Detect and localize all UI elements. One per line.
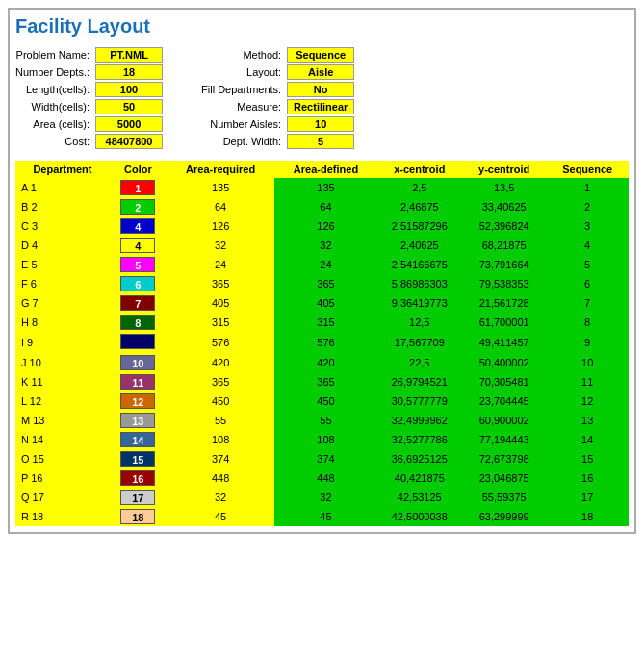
label-dept-width: Dept. Width: [201, 136, 281, 147]
cell-color: 11 [110, 372, 167, 392]
cell-area-required: 448 [167, 468, 275, 488]
cell-color: 14 [110, 430, 167, 449]
table-header-row: Department Color Area-required Area-defi… [15, 161, 629, 178]
col-area-required: Area-required [167, 161, 275, 178]
table-row: L 121245045030,577777923,70444512 [15, 392, 629, 411]
cell-x-centroid: 2,40625 [377, 236, 463, 255]
cell-y-centroid: 23,704445 [462, 392, 546, 411]
cell-dept-name: H 8 [15, 313, 110, 332]
cell-y-centroid: 72,673798 [462, 449, 546, 468]
cell-color: 16 [110, 468, 167, 488]
cell-area-required: 374 [167, 449, 275, 468]
cell-sequence: 14 [546, 430, 629, 449]
table-row: G 774054059,3641977321,5617287 [15, 293, 629, 313]
value-width: 50 [95, 99, 163, 114]
cell-color: 15 [110, 449, 167, 468]
cell-dept-name: O 15 [15, 449, 110, 468]
cell-color: 17 [110, 488, 167, 507]
page-title: Facility Layout [15, 15, 629, 38]
cell-dept-name: A 1 [15, 178, 110, 197]
table-row: O 151537437436,692512572,67379815 [15, 449, 629, 468]
cell-y-centroid: 77,194443 [462, 430, 546, 449]
cell-x-centroid: 32,5277786 [377, 430, 463, 449]
cell-dept-name: B 2 [15, 197, 110, 216]
cell-y-centroid: 52,396824 [462, 216, 546, 236]
cell-x-centroid: 2,54166675 [377, 255, 463, 274]
cell-sequence: 6 [546, 274, 629, 293]
cell-area-defined: 450 [274, 392, 376, 411]
cell-dept-name: K 11 [15, 372, 110, 392]
cell-dept-name: G 7 [15, 293, 110, 313]
table-row: J 101042042022,550,40000210 [15, 353, 629, 372]
cell-area-required: 405 [167, 293, 275, 313]
cell-area-defined: 108 [274, 430, 376, 449]
cell-sequence: 15 [546, 449, 629, 468]
label-length: Length(cells): [15, 84, 90, 95]
table-row: H 8831531512,561,7000018 [15, 313, 629, 332]
cell-y-centroid: 33,40625 [462, 197, 546, 216]
cell-dept-name: Q 17 [15, 488, 110, 507]
cell-x-centroid: 2,46875 [377, 197, 463, 216]
cell-y-centroid: 68,21875 [462, 236, 546, 255]
value-area: 5000 [95, 116, 163, 132]
cell-area-defined: 32 [274, 488, 376, 507]
cell-sequence: 7 [546, 293, 629, 313]
cell-area-defined: 374 [274, 449, 376, 468]
cell-area-required: 108 [167, 430, 275, 449]
cell-color: 18 [110, 507, 167, 526]
config-left: Problem Name: PT.NML Number Depts.: 18 L… [15, 47, 163, 149]
cell-dept-name: R 18 [15, 507, 110, 526]
cell-sequence: 16 [546, 468, 629, 488]
cell-area-required: 45 [167, 507, 275, 526]
cell-sequence: 18 [546, 507, 629, 526]
cell-area-required: 420 [167, 353, 275, 372]
cell-area-required: 126 [167, 216, 275, 236]
cell-sequence: 3 [546, 216, 629, 236]
cell-y-centroid: 49,411457 [462, 332, 546, 353]
value-method: Sequence [287, 47, 354, 63]
cell-color: 4 [110, 216, 167, 236]
cell-area-required: 315 [167, 313, 275, 332]
cell-color: 1 [110, 178, 167, 197]
cell-dept-name: L 12 [15, 392, 110, 411]
cell-area-defined: 55 [274, 411, 376, 430]
config-section: Problem Name: PT.NML Number Depts.: 18 L… [15, 47, 629, 149]
table-row: C 341261262,5158729652,3968243 [15, 216, 629, 236]
value-length: 100 [95, 82, 163, 97]
table-row: K 111136536526,979452170,30548111 [15, 372, 629, 392]
cell-area-defined: 135 [274, 178, 376, 197]
cell-area-required: 32 [167, 236, 275, 255]
cell-area-defined: 405 [274, 293, 376, 313]
value-fill-depts: No [287, 82, 354, 97]
table-row: Q 1717323242,5312555,5937517 [15, 488, 629, 507]
table-row: A 111351352,513,51 [15, 178, 629, 197]
cell-x-centroid: 40,421875 [377, 468, 463, 488]
cell-color: 2 [110, 197, 167, 216]
cell-area-required: 135 [167, 178, 275, 197]
col-department: Department [15, 161, 110, 178]
table-row: N 141410810832,527778677,19444314 [15, 430, 629, 449]
cell-sequence: 4 [546, 236, 629, 255]
table-row: F 663653655,8698630379,5383536 [15, 274, 629, 293]
cell-dept-name: M 13 [15, 411, 110, 430]
table-row: B 2264642,4687533,406252 [15, 197, 629, 216]
cell-y-centroid: 23,046875 [462, 468, 546, 488]
cell-x-centroid: 5,86986303 [377, 274, 463, 293]
cell-area-required: 576 [167, 332, 275, 353]
cell-sequence: 5 [546, 255, 629, 274]
cell-x-centroid: 2,51587296 [377, 216, 463, 236]
config-right: Method: Sequence Layout: Aisle Fill Depa… [201, 47, 354, 149]
cell-color: 10 [110, 353, 167, 372]
cell-area-required: 32 [167, 488, 275, 507]
value-num-depts: 18 [95, 64, 163, 80]
cell-sequence: 1 [546, 178, 629, 197]
col-y-centroid: y-centroid [462, 161, 546, 178]
col-sequence: Sequence [546, 161, 629, 178]
cell-dept-name: F 6 [15, 274, 110, 293]
cell-y-centroid: 79,538353 [462, 274, 546, 293]
label-layout: Layout: [201, 66, 281, 78]
cell-area-defined: 365 [274, 274, 376, 293]
cell-y-centroid: 21,561728 [462, 293, 546, 313]
cell-area-defined: 315 [274, 313, 376, 332]
cell-x-centroid: 42,53125 [377, 488, 463, 507]
